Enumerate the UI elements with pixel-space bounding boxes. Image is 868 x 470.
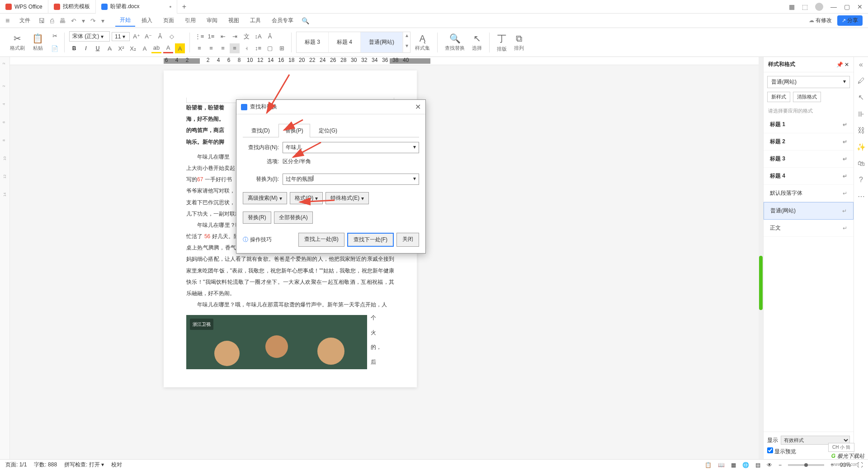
style-item[interactable]: 默认段落字体↵: [764, 185, 854, 202]
current-style-dropdown[interactable]: 普通(网站)▾: [767, 76, 850, 88]
replace-all-button[interactable]: 全部替换(A): [274, 212, 313, 224]
increase-indent-icon[interactable]: ⇥: [230, 32, 240, 42]
find-prev-button[interactable]: 查找上一处(B): [298, 233, 344, 247]
dialog-close-icon[interactable]: ✕: [415, 103, 421, 111]
tab-find[interactable]: 查找(D): [245, 124, 277, 137]
new-tab-button[interactable]: +: [177, 3, 191, 11]
find-next-button[interactable]: 查找下一处(F): [347, 233, 394, 247]
text-direction-icon[interactable]: 文: [241, 32, 251, 42]
preview-checkbox[interactable]: 显示预览: [767, 448, 796, 455]
align-center-icon[interactable]: ≡: [206, 43, 216, 53]
undo-icon[interactable]: ↶: [69, 15, 78, 26]
print-preview-icon[interactable]: 🖶: [57, 15, 67, 26]
menu-page[interactable]: 页面: [159, 15, 179, 26]
align-left-icon[interactable]: ≡: [194, 43, 204, 53]
minimize-button[interactable]: —: [830, 3, 837, 10]
distribute-icon[interactable]: ⫞: [241, 43, 251, 53]
share-button[interactable]: ↗ 分享: [837, 15, 863, 26]
more-icon[interactable]: ⋯: [858, 192, 865, 201]
decrease-indent-icon[interactable]: ⇤: [218, 32, 228, 42]
advanced-search-button[interactable]: 高级搜索(M) ▾: [243, 192, 287, 204]
style-item[interactable]: 标题 3↵: [764, 150, 854, 168]
find-replace-group[interactable]: 🔍查找替换: [442, 33, 467, 52]
background-color-icon[interactable]: A: [175, 43, 185, 53]
help-icon[interactable]: ?: [859, 176, 863, 184]
format-painter-group[interactable]: ✂格式刷: [7, 33, 28, 52]
zoom-out-icon[interactable]: −: [778, 462, 782, 468]
style-item[interactable]: 正文↵: [764, 220, 854, 237]
shading-icon[interactable]: ▢: [265, 43, 275, 53]
pen-icon[interactable]: 🖊: [858, 77, 865, 85]
bold-icon[interactable]: B: [69, 43, 79, 53]
embedded-video[interactable]: 浙江卫视: [186, 315, 367, 369]
special-format-button[interactable]: 特殊格式(E) ▾: [326, 192, 369, 204]
redo-icon[interactable]: ↷: [89, 15, 98, 26]
style-item[interactable]: 标题 2↵: [764, 133, 854, 150]
new-style-button[interactable]: 新样式: [767, 92, 790, 102]
bag-icon[interactable]: 🛍: [858, 160, 865, 168]
tab-wps-home[interactable]: WPS Office: [0, 0, 48, 14]
superscript-icon[interactable]: X²: [116, 43, 126, 53]
print-icon[interactable]: ⎙: [48, 15, 56, 26]
eye-icon[interactable]: 👁: [767, 462, 772, 468]
menu-member[interactable]: 会员专享: [267, 15, 298, 26]
numbering-icon[interactable]: 1≡: [206, 32, 216, 42]
strikethrough-icon[interactable]: A̶: [104, 43, 114, 53]
font-color-icon[interactable]: A: [163, 43, 173, 53]
font-name-select[interactable]: 宋体 (正文)▾: [69, 31, 110, 42]
find-input[interactable]: 年味儿▾: [283, 142, 419, 153]
heading-3-style[interactable]: 标题 3: [297, 32, 329, 52]
clear-format-icon[interactable]: ◇: [167, 32, 177, 42]
replace-input[interactable]: 过年的氛围▾: [283, 174, 419, 185]
menu-tools[interactable]: 工具: [245, 15, 265, 26]
close-button[interactable]: ✕: [857, 3, 863, 10]
style-item[interactable]: 普通(网站)↵: [764, 202, 854, 220]
italic-icon[interactable]: I: [81, 43, 91, 53]
normal-web-style[interactable]: 普通(网站): [361, 32, 403, 52]
spacing-icon[interactable]: ↕≡: [253, 43, 263, 53]
highlight-icon[interactable]: ab: [151, 43, 161, 53]
select-group[interactable]: ↖选择: [469, 33, 485, 52]
collapse-icon[interactable]: «: [859, 61, 863, 69]
style-down-icon[interactable]: ▾: [403, 42, 410, 53]
clear-format-button[interactable]: 清除格式: [793, 92, 821, 102]
increase-font-icon[interactable]: A⁺: [132, 32, 142, 42]
font-size-select[interactable]: 11▾: [112, 32, 130, 41]
subscript-icon[interactable]: X₂: [128, 43, 138, 53]
cube-icon[interactable]: ⬚: [802, 3, 808, 10]
heading-4-style[interactable]: 标题 4: [329, 32, 361, 52]
word-count[interactable]: 字数: 888: [34, 461, 57, 469]
menu-view[interactable]: 视图: [224, 15, 244, 26]
close-dialog-button[interactable]: 关闭: [396, 233, 419, 247]
spell-check-status[interactable]: 拼写检查: 打开 ▾: [64, 461, 104, 469]
menu-insert[interactable]: 插入: [137, 15, 157, 26]
borders-icon[interactable]: ⊞: [277, 43, 287, 53]
line-spacing-icon[interactable]: ↕A: [253, 32, 263, 42]
web-layout-icon[interactable]: 🌐: [742, 462, 749, 468]
reading-view-icon[interactable]: 📖: [718, 462, 725, 468]
menu-review[interactable]: 审阅: [202, 15, 222, 26]
zoom-slider[interactable]: [788, 464, 824, 466]
outline-view-icon[interactable]: ▤: [755, 462, 760, 468]
bullets-icon[interactable]: ⋮≡: [194, 32, 204, 42]
hamburger-icon[interactable]: ≡: [5, 17, 9, 25]
paste-group[interactable]: 📋粘贴: [29, 33, 46, 52]
align-icon[interactable]: ⊪: [858, 110, 864, 118]
cut-icon[interactable]: ✂: [50, 31, 60, 41]
print-layout-icon[interactable]: ▦: [731, 462, 736, 468]
style-up-icon[interactable]: ▴: [403, 32, 410, 42]
tab-document[interactable]: 盼望着.docx •: [96, 0, 178, 14]
proofing[interactable]: 校对: [111, 461, 122, 469]
change-case-icon[interactable]: Ā: [155, 32, 165, 42]
layout-group[interactable]: 丁排版: [494, 33, 509, 52]
chain-icon[interactable]: ⛓: [858, 127, 865, 135]
style-item[interactable]: 标题 4↵: [764, 168, 854, 185]
tips-link[interactable]: ⓘ 操作技巧: [243, 236, 272, 244]
tab-templates[interactable]: 找稻壳模板: [48, 0, 96, 14]
menu-file[interactable]: 文件: [15, 15, 35, 26]
undo-dropdown-icon[interactable]: ▾: [80, 15, 87, 26]
cloud-modified-icon[interactable]: ☁ 有修改: [809, 17, 832, 24]
layout-icon[interactable]: ▦: [789, 3, 795, 10]
style-item[interactable]: 标题 1↵: [764, 116, 854, 133]
copy-icon[interactable]: 📄: [50, 44, 60, 54]
